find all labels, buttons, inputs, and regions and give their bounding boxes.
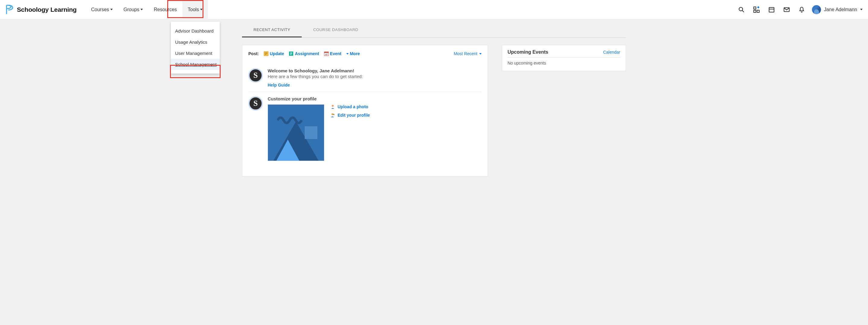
tools-dropdown: Advisor Dashboard Usage Analytics User M… (171, 22, 220, 73)
apps-icon[interactable] (753, 6, 760, 13)
person-edit-icon (330, 113, 335, 118)
calendar-link[interactable]: Calendar (603, 50, 620, 55)
post-bar: Post: Update Assignment (248, 50, 482, 56)
bell-icon[interactable] (798, 6, 805, 13)
post-event[interactable]: 17 Event (323, 51, 343, 56)
tab-course-dashboard[interactable]: COURSE DASHBOARD (302, 23, 370, 37)
nav-resources-label: Resources (154, 7, 177, 12)
nav-courses-label: Courses (91, 7, 109, 12)
svg-rect-12 (324, 52, 329, 53)
tools-menu-school-management[interactable]: School Management (171, 59, 220, 70)
svg-point-14 (332, 105, 334, 107)
brand-logo-icon (5, 4, 14, 15)
mail-icon[interactable] (783, 6, 790, 13)
post-assignment-label: Assignment (295, 51, 319, 56)
post-assignment[interactable]: Assignment (287, 51, 320, 56)
chevron-down-icon (110, 9, 113, 10)
user-name: Jane Adelmann (824, 7, 857, 12)
chevron-down-icon (479, 53, 482, 55)
avatar (812, 5, 821, 14)
svg-rect-3 (754, 10, 756, 12)
edit-profile-link[interactable]: Edit your profile (330, 113, 370, 118)
svg-line-1 (742, 10, 744, 12)
search-icon[interactable] (738, 6, 745, 13)
upload-photo-label: Upload a photo (338, 104, 368, 109)
post-more-label: More (350, 51, 360, 56)
chevron-down-icon (200, 9, 203, 10)
chevron-down-icon (860, 9, 863, 10)
sort-label: Most Recent (454, 51, 477, 56)
welcome-title: Welcome to Schoology, Jane Adelmann! (268, 68, 482, 73)
person-icon (330, 104, 335, 109)
nav-resources[interactable]: Resources (148, 0, 182, 19)
tools-menu-advisor-dashboard[interactable]: Advisor Dashboard (171, 25, 220, 36)
svg-rect-2 (754, 7, 756, 9)
help-guide-link[interactable]: Help Guide (268, 83, 290, 87)
assignment-icon (289, 51, 293, 56)
sort-most-recent[interactable]: Most Recent (454, 51, 482, 56)
feed: S Welcome to Schoology, Jane Adelmann! H… (248, 64, 482, 165)
sidebar-panel: Upcoming Events Calendar No upcoming eve… (502, 45, 626, 71)
customize-title: Customize your profile (268, 96, 482, 101)
post-update-label: Update (270, 51, 284, 56)
svg-rect-6 (769, 7, 774, 12)
svg-rect-5 (757, 6, 760, 8)
user-menu[interactable]: Jane Adelmann (812, 5, 863, 14)
post-update[interactable]: Update (262, 51, 285, 56)
feed-welcome: S Welcome to Schoology, Jane Adelmann! H… (248, 64, 482, 92)
nav-main: Courses Groups Resources Tools (86, 0, 208, 19)
upload-photo-link[interactable]: Upload a photo (330, 104, 370, 109)
post-more[interactable]: More (345, 51, 361, 56)
profile-placeholder-image (268, 104, 324, 161)
chevron-down-icon (141, 9, 143, 10)
event-icon: 17 (324, 51, 329, 56)
schoology-badge-icon: S (248, 96, 263, 111)
edit-profile-label: Edit your profile (338, 113, 370, 118)
brand[interactable]: Schoology Learning (5, 4, 76, 15)
nav-tools[interactable]: Tools (182, 0, 208, 19)
upcoming-title: Upcoming Events (507, 50, 548, 55)
main-panel: Post: Update Assignment (242, 45, 488, 176)
calendar-icon[interactable] (768, 6, 775, 13)
nav-tools-label: Tools (188, 7, 199, 12)
tab-recent-activity[interactable]: RECENT ACTIVITY (242, 23, 302, 37)
nav-courses[interactable]: Courses (86, 0, 118, 19)
tools-menu-user-management[interactable]: User Management (171, 48, 220, 59)
brand-name: Schoology Learning (17, 6, 76, 13)
chevron-down-icon (346, 53, 349, 55)
post-event-label: Event (330, 51, 341, 56)
feed-customize-profile: S Customize your profile (248, 92, 482, 165)
svg-text:17: 17 (325, 53, 328, 56)
svg-rect-4 (757, 10, 759, 12)
content: RECENT ACTIVITY COURSE DASHBOARD Post: U… (238, 23, 630, 176)
nav-icons (738, 6, 805, 13)
tabs: RECENT ACTIVITY COURSE DASHBOARD (242, 23, 626, 38)
schoology-badge-icon: S (248, 68, 263, 83)
tools-menu-usage-analytics[interactable]: Usage Analytics (171, 36, 220, 48)
post-label: Post: (248, 51, 259, 56)
welcome-sub: Here are a few things you can do to get … (268, 74, 482, 79)
nav-groups-label: Groups (124, 7, 139, 12)
update-icon (264, 51, 269, 56)
upcoming-empty: No upcoming events (507, 58, 620, 65)
svg-point-0 (739, 7, 743, 11)
nav-groups[interactable]: Groups (118, 0, 148, 19)
topbar: Schoology Learning Courses Groups Resour… (0, 0, 868, 19)
